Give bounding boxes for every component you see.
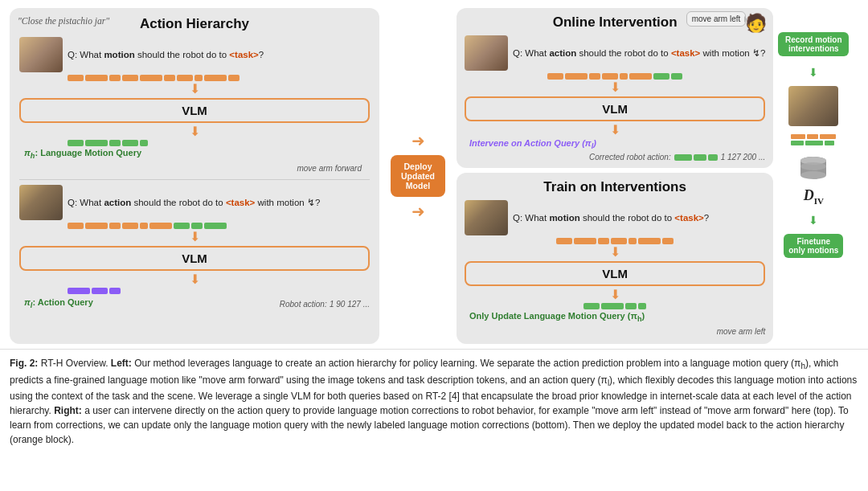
rt-token-3: [589, 73, 600, 80]
only-update-label: Only Update Language Motion Query (πh): [469, 311, 765, 323]
right-outer: Online Intervention move arm left 🧑 Q: W…: [457, 8, 849, 344]
tokens-row-2: [68, 223, 370, 229]
right-label: Right:: [54, 405, 82, 416]
arrow-right-2: ➜: [411, 202, 425, 221]
arrow-right-1: ➜: [411, 131, 425, 150]
database-icon: [797, 155, 829, 184]
extra-col: Record motion interventions ⬇: [778, 8, 849, 344]
query-row-2: Q: What action should the robot do to <t…: [19, 185, 370, 220]
rt-green-token-2: [671, 73, 682, 80]
corrected-numbers: 1 127 200 ...: [721, 153, 766, 162]
tokens-row-rb-1: [465, 238, 765, 244]
token-8: [194, 75, 203, 81]
right-top-panel: Online Intervention move arm left 🧑 Q: W…: [457, 8, 773, 168]
motion-word: motion: [104, 50, 134, 59]
diagram-area: "Close the pistachio jar" Action Hierarc…: [0, 0, 868, 349]
robot-action-numbers: 1 90 127 ...: [330, 300, 370, 309]
robot-image-2: [19, 185, 63, 220]
token-lg-1: [174, 223, 190, 229]
right-query-row-1: Q: What action should the robot do to <t…: [465, 35, 765, 71]
token-4: [122, 75, 138, 81]
robot-image-1: [19, 37, 63, 72]
right-bottom-title: Train on Interventions: [465, 179, 765, 195]
token-l-4: [122, 223, 138, 229]
speech-bubble: move arm left: [686, 11, 747, 27]
svg-point-4: [800, 162, 826, 170]
finetune-box: Finetune only motions: [784, 234, 843, 258]
left-panel: "Close the pistachio jar" Action Hierarc…: [10, 8, 379, 344]
bar-5: [805, 141, 823, 145]
tokens-row-1: [68, 75, 370, 81]
d-iv-label: DIV: [797, 187, 829, 206]
rb-token-7: [662, 238, 674, 244]
rb-token-6: [638, 238, 661, 244]
bar-2: [807, 134, 818, 139]
arrow-down-3: ⬇: [19, 231, 370, 243]
record-label: Record motion interventions: [785, 35, 842, 53]
arrow-down-finetune: ⬇: [809, 214, 818, 227]
corr-token-2: [694, 154, 706, 161]
record-box: Record motion interventions: [778, 32, 849, 56]
caption-right-text: a user can intervene directly on the act…: [10, 405, 849, 445]
rt-token-1: [547, 73, 563, 80]
robot-image-extra: [788, 86, 838, 126]
tokens-row-rt-1: [465, 73, 765, 80]
token-10: [228, 75, 240, 81]
token-l-1: [68, 223, 84, 229]
rb-arrow-2: ⬇: [465, 288, 765, 301]
vlm-box-rb: VLM: [465, 261, 765, 286]
rb-token-5: [628, 238, 637, 244]
bar-3: [820, 134, 836, 139]
quote-text: "Close the pistachio jar": [18, 16, 109, 26]
rb-green-2: [601, 303, 624, 309]
fig-label: Fig. 2:: [10, 358, 38, 369]
token-lg-3: [204, 223, 227, 229]
green-token-5: [140, 140, 148, 146]
rt-arrow-2: ⬇: [465, 124, 765, 137]
bar-4: [791, 141, 804, 145]
query-row-1: Q: What motion should the robot do to <t…: [19, 37, 370, 72]
token-3: [109, 75, 121, 81]
rt-green-token-1: [653, 73, 669, 80]
rt-token-4: [602, 73, 618, 80]
caption-text-intro: RT-H Overview.: [41, 358, 111, 369]
data-bars: [791, 134, 836, 145]
deploy-label: DeployUpdatedModel: [401, 162, 435, 190]
rt-arrow-1: ⬇: [465, 81, 765, 94]
token-l-3: [109, 223, 121, 229]
rb-token-3: [598, 238, 609, 244]
token-2: [85, 75, 108, 81]
arrow-down-1: ⬇: [19, 83, 370, 96]
right-bottom-panel: Train on Interventions Q: What motion sh…: [457, 173, 773, 344]
action-word-l: action: [104, 198, 131, 207]
green-token-2: [85, 140, 108, 146]
right-query-text-1: Q: What action should the robot do to <t…: [513, 47, 765, 59]
purple-token-1: [68, 288, 90, 294]
tokens-row-rb-green: [465, 303, 765, 309]
pi-l-label: πl: Action Query: [24, 297, 93, 309]
divider: [19, 179, 370, 180]
query-text-1: Q: What motion should the robot do to <t…: [68, 50, 370, 59]
purple-token-3: [109, 288, 121, 294]
corrected-tokens: [674, 154, 718, 161]
right-panels-col: Online Intervention move arm left 🧑 Q: W…: [457, 8, 773, 344]
action-word-rt: action: [549, 48, 576, 58]
tokens-row-purple-1: [68, 288, 370, 294]
token-l-5: [140, 223, 148, 229]
task-token-2: <task>: [226, 198, 255, 207]
move-arm-note: move arm forward: [297, 164, 362, 173]
deploy-box: DeployUpdatedModel: [391, 155, 445, 197]
rb-token-2: [574, 238, 596, 244]
arrow-down-2: ⬇: [19, 125, 370, 138]
purple-token-2: [92, 288, 108, 294]
green-token-4: [122, 140, 138, 146]
rb-token-4: [611, 238, 627, 244]
finetune-label: Finetune only motions: [788, 237, 838, 255]
right-query-row-2: Q: What motion should the robot do to <t…: [465, 200, 765, 235]
caption-area: Fig. 2: RT-H Overview. Left: Our method …: [0, 349, 868, 455]
corr-token-1: [674, 154, 692, 161]
right-query-text-2: Q: What motion should the robot do to <t…: [513, 213, 765, 223]
corrected-label: Corrected robot action:: [589, 153, 671, 162]
vlm-box-rt: VLM: [465, 96, 765, 121]
robot-action-label: Robot action:: [280, 300, 327, 309]
